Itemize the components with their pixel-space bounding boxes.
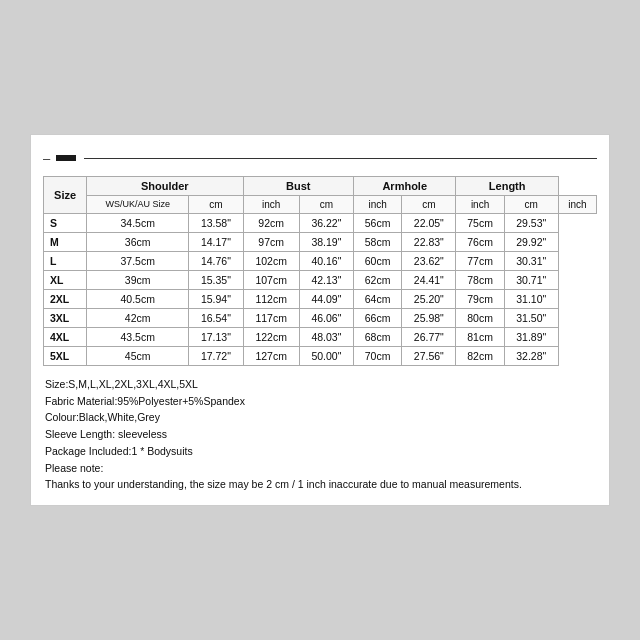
sub-unit-2-inch: inch	[456, 195, 504, 213]
note-line: Size:S,M,L,XL,2XL,3XL,4XL,5XL	[45, 376, 597, 393]
col-armhole: Armhole	[354, 176, 456, 195]
cell-7-8: 32.28"	[504, 346, 558, 365]
table-header-sub: WS/UK/AU Sizecminchcminchcminchcminch	[44, 195, 597, 213]
cell-2-7: 77cm	[456, 251, 504, 270]
note-line: Thanks to your understanding, the size m…	[45, 476, 597, 493]
sub-size-label: WS/UK/AU Size	[87, 195, 189, 213]
cell-3-2: 15.35"	[189, 270, 243, 289]
cell-6-8: 31.89"	[504, 327, 558, 346]
cell-5-2: 16.54"	[189, 308, 243, 327]
cell-7-4: 50.00"	[299, 346, 353, 365]
cell-6-0: 4XL	[44, 327, 87, 346]
cell-5-1: 42cm	[87, 308, 189, 327]
cell-2-1: 37.5cm	[87, 251, 189, 270]
table-row: 2XL40.5cm15.94"112cm44.09"64cm25.20"79cm…	[44, 289, 597, 308]
cell-1-1: 36cm	[87, 232, 189, 251]
cell-1-7: 76cm	[456, 232, 504, 251]
table-row: S34.5cm13.58"92cm36.22"56cm22.05"75cm29.…	[44, 213, 597, 232]
table-row: 3XL42cm16.54"117cm46.06"66cm25.98"80cm31…	[44, 308, 597, 327]
cell-1-2: 14.17"	[189, 232, 243, 251]
cell-2-4: 40.16"	[299, 251, 353, 270]
table-row: M36cm14.17"97cm38.19"58cm22.83"76cm29.92…	[44, 232, 597, 251]
title-bar: –	[43, 151, 597, 166]
cell-2-5: 60cm	[354, 251, 402, 270]
cell-0-4: 36.22"	[299, 213, 353, 232]
table-header-main: SizeShoulderBustArmholeLength	[44, 176, 597, 195]
cell-4-5: 64cm	[354, 289, 402, 308]
cell-7-1: 45cm	[87, 346, 189, 365]
cell-2-2: 14.76"	[189, 251, 243, 270]
sub-unit-1-inch: inch	[354, 195, 402, 213]
cell-4-3: 112cm	[243, 289, 299, 308]
note-line: Fabric Material:95%Polyester+5%Spandex	[45, 393, 597, 410]
note-line: Colour:Black,White,Grey	[45, 409, 597, 426]
cell-7-6: 27.56"	[402, 346, 456, 365]
cell-1-3: 97cm	[243, 232, 299, 251]
cell-7-0: 5XL	[44, 346, 87, 365]
size-table: SizeShoulderBustArmholeLengthWS/UK/AU Si…	[43, 176, 597, 366]
cell-1-6: 22.83"	[402, 232, 456, 251]
note-line: Please note:	[45, 460, 597, 477]
cell-0-5: 56cm	[354, 213, 402, 232]
cell-5-0: 3XL	[44, 308, 87, 327]
sub-unit-3-inch: inch	[558, 195, 596, 213]
sub-unit-2-cm: cm	[402, 195, 456, 213]
cell-6-1: 43.5cm	[87, 327, 189, 346]
col-length: Length	[456, 176, 558, 195]
cell-0-7: 75cm	[456, 213, 504, 232]
cell-5-4: 46.06"	[299, 308, 353, 327]
sub-unit-1-cm: cm	[299, 195, 353, 213]
cell-3-4: 42.13"	[299, 270, 353, 289]
cell-2-6: 23.62"	[402, 251, 456, 270]
col-bust: Bust	[243, 176, 354, 195]
cell-3-5: 62cm	[354, 270, 402, 289]
cell-6-6: 26.77"	[402, 327, 456, 346]
cell-1-4: 38.19"	[299, 232, 353, 251]
cell-5-5: 66cm	[354, 308, 402, 327]
cell-4-1: 40.5cm	[87, 289, 189, 308]
cell-6-4: 48.03"	[299, 327, 353, 346]
size-chart-card: – SizeShoulderBustArmholeLengthWS/UK/AU …	[30, 134, 610, 507]
cell-6-3: 122cm	[243, 327, 299, 346]
chart-title	[56, 155, 76, 161]
note-line: Package Included:1 * Bodysuits	[45, 443, 597, 460]
table-row: XL39cm15.35"107cm42.13"62cm24.41"78cm30.…	[44, 270, 597, 289]
cell-0-3: 92cm	[243, 213, 299, 232]
cell-7-2: 17.72"	[189, 346, 243, 365]
cell-5-7: 80cm	[456, 308, 504, 327]
title-line	[84, 158, 597, 159]
table-row: L37.5cm14.76"102cm40.16"60cm23.62"77cm30…	[44, 251, 597, 270]
table-row: 5XL45cm17.72"127cm50.00"70cm27.56"82cm32…	[44, 346, 597, 365]
cell-4-4: 44.09"	[299, 289, 353, 308]
cell-7-3: 127cm	[243, 346, 299, 365]
cell-5-8: 31.50"	[504, 308, 558, 327]
cell-4-8: 31.10"	[504, 289, 558, 308]
cell-4-2: 15.94"	[189, 289, 243, 308]
cell-1-5: 58cm	[354, 232, 402, 251]
cell-4-0: 2XL	[44, 289, 87, 308]
cell-0-6: 22.05"	[402, 213, 456, 232]
sub-unit-0-cm: cm	[189, 195, 243, 213]
cell-3-8: 30.71"	[504, 270, 558, 289]
cell-7-5: 70cm	[354, 346, 402, 365]
note-line: Sleeve Length: sleeveless	[45, 426, 597, 443]
cell-0-1: 34.5cm	[87, 213, 189, 232]
cell-2-0: L	[44, 251, 87, 270]
sub-unit-3-cm: cm	[504, 195, 558, 213]
cell-0-0: S	[44, 213, 87, 232]
table-body: S34.5cm13.58"92cm36.22"56cm22.05"75cm29.…	[44, 213, 597, 365]
cell-5-3: 117cm	[243, 308, 299, 327]
cell-1-0: M	[44, 232, 87, 251]
col-shoulder: Shoulder	[87, 176, 243, 195]
cell-3-1: 39cm	[87, 270, 189, 289]
sub-unit-0-inch: inch	[243, 195, 299, 213]
notes-section: Size:S,M,L,XL,2XL,3XL,4XL,5XLFabric Mate…	[43, 376, 597, 494]
cell-2-8: 30.31"	[504, 251, 558, 270]
cell-3-7: 78cm	[456, 270, 504, 289]
cell-3-0: XL	[44, 270, 87, 289]
cell-0-2: 13.58"	[189, 213, 243, 232]
cell-2-3: 102cm	[243, 251, 299, 270]
cell-3-6: 24.41"	[402, 270, 456, 289]
title-dash: –	[43, 151, 50, 166]
cell-4-6: 25.20"	[402, 289, 456, 308]
